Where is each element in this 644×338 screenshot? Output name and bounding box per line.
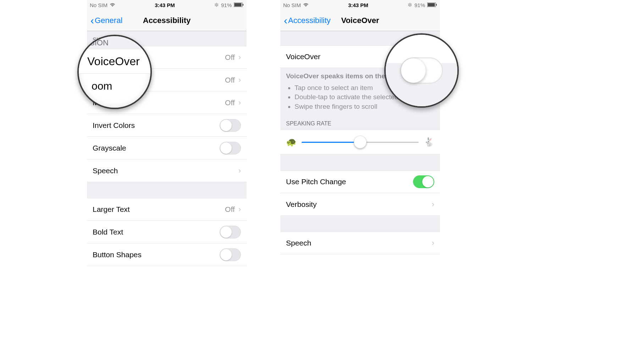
bluetooth-icon: ✽ [214, 2, 219, 8]
row-grayscale: Grayscale [87, 137, 247, 159]
svg-rect-1 [235, 3, 242, 6]
speaking-rate-slider[interactable] [302, 142, 419, 143]
back-chevron-icon: ‹ [90, 15, 94, 26]
chevron-right-icon: › [238, 98, 241, 107]
carrier-text: No SIM [90, 2, 108, 8]
row-value-text: Off [225, 98, 235, 107]
row-value-text: Off [225, 76, 235, 84]
chevron-right-icon: › [432, 200, 434, 209]
wifi-icon [110, 2, 115, 8]
carrier-text: No SIM [283, 2, 301, 8]
chevron-right-icon: › [238, 205, 241, 214]
row-larger-text[interactable]: Larger Text Off › [87, 198, 247, 221]
row-label: Button Shapes [93, 250, 142, 259]
grayscale-toggle[interactable] [220, 142, 241, 154]
navbar: ‹ General Accessibility [87, 10, 247, 31]
row-button-shapes: Button Shapes [87, 243, 247, 266]
row-value-text: Off [225, 53, 235, 62]
status-bar: No SIM 3:43 PM ✽ 91% [87, 0, 247, 10]
row-label: Larger Text [93, 205, 130, 214]
zoom-row-voiceover[interactable]: VoiceOver [79, 49, 150, 74]
row-label: Verbosity [286, 200, 317, 209]
row-speech[interactable]: Speech › [87, 159, 247, 182]
clock: 3:43 PM [155, 2, 175, 8]
row-use-pitch-change: Use Pitch Change [280, 170, 440, 193]
chevron-right-icon: › [238, 166, 241, 175]
row-bold-text: Bold Text [87, 221, 247, 243]
invert-colors-toggle[interactable] [220, 119, 241, 132]
battery-text: 91% [414, 2, 425, 8]
button-shapes-toggle[interactable] [220, 248, 241, 261]
back-label: Accessibility [288, 16, 331, 25]
chevron-right-icon: › [238, 53, 241, 62]
settings-group-text: Larger Text Off › Bold Text Button Shape… [87, 198, 247, 266]
chevron-right-icon: › [238, 75, 241, 85]
wifi-icon [303, 2, 309, 8]
navbar: ‹ Accessibility VoiceOver [280, 10, 440, 31]
page-title: Accessibility [143, 16, 191, 25]
svg-rect-2 [243, 4, 243, 6]
speaking-rate-slider-row: 🐢 🐇 [280, 130, 440, 154]
row-value-text: Off [225, 205, 235, 214]
slider-thumb[interactable] [354, 136, 367, 148]
row-speech[interactable]: Speech › [280, 232, 440, 254]
row-invert-colors: Invert Colors [87, 114, 247, 137]
back-chevron-icon: ‹ [284, 15, 287, 26]
row-label: Grayscale [93, 144, 126, 152]
row-label: Invert Colors [93, 121, 135, 130]
zoom-callout-voiceover-row: SION VoiceOver oom [77, 35, 152, 109]
page-title: VoiceOver [341, 16, 379, 25]
back-label: General [95, 16, 122, 25]
chevron-right-icon: › [432, 238, 434, 248]
row-verbosity[interactable]: Verbosity › [280, 193, 440, 216]
row-label: VoiceOver [286, 52, 320, 61]
row-label: Speech [286, 239, 311, 247]
back-button[interactable]: ‹ General [90, 15, 122, 26]
battery-icon [234, 2, 244, 8]
battery-icon [427, 2, 437, 8]
use-pitch-change-toggle[interactable] [413, 175, 434, 188]
zoom-partial-row: oom [79, 74, 150, 98]
row-label: Bold Text [93, 228, 123, 236]
settings-group-pitch: Use Pitch Change Verbosity › [280, 170, 440, 216]
svg-rect-5 [436, 4, 437, 6]
settings-group-speech: Speech › [280, 232, 440, 254]
row-label: Use Pitch Change [286, 178, 346, 186]
status-bar: No SIM 3:43 PM ✽ 91% [280, 0, 440, 10]
tortoise-icon: 🐢 [286, 137, 297, 147]
svg-rect-4 [428, 3, 435, 6]
row-label: Speech [93, 167, 118, 175]
bold-text-toggle[interactable] [220, 226, 241, 238]
hare-icon: 🐇 [424, 137, 434, 147]
back-button[interactable]: ‹ Accessibility [284, 15, 331, 26]
clock: 3:43 PM [348, 2, 368, 8]
battery-text: 91% [221, 2, 232, 8]
zoom-voiceover-toggle[interactable] [400, 57, 443, 84]
bluetooth-icon: ✽ [408, 2, 412, 8]
section-header-speaking-rate: SPEAKING RATE [280, 117, 440, 130]
zoom-callout-voiceover-toggle [384, 33, 459, 108]
